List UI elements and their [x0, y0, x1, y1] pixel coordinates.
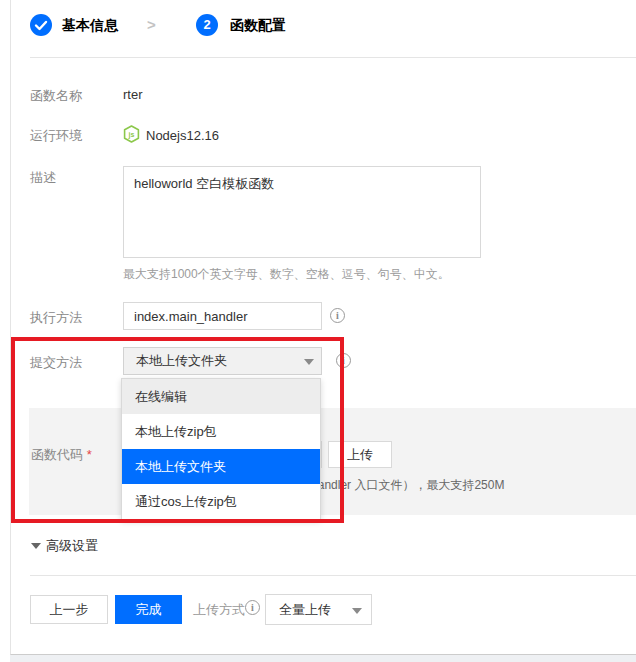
upload-mode-selected-value: 全量上传	[279, 602, 331, 617]
nodejs-hexagon-icon: js	[123, 125, 140, 147]
required-asterisk: *	[87, 447, 92, 462]
header-divider	[30, 57, 636, 58]
advanced-settings-caret-icon	[31, 543, 41, 549]
handler-info-icon[interactable]: i	[330, 308, 345, 323]
step2-label: 函数配置	[230, 17, 286, 35]
page-background-strip	[10, 655, 636, 662]
upload-mode-select[interactable]: 全量上传	[265, 594, 372, 625]
submit-method-selected-value: 本地上传文件夹	[136, 353, 227, 368]
dropdown-option-online-edit[interactable]: 在线编辑	[122, 379, 320, 414]
step-separator-chevron-icon: >	[147, 16, 156, 33]
step1-done-icon	[30, 14, 52, 36]
function-code-label-text: 函数代码	[31, 447, 83, 462]
submit-method-dropdown: 在线编辑 本地上传zip包 本地上传文件夹 通过cos上传zip包	[121, 378, 321, 520]
chevron-down-icon	[352, 608, 362, 614]
submit-method-select[interactable]: 本地上传文件夹	[123, 347, 322, 375]
handler-input[interactable]	[123, 302, 322, 330]
svg-text:js: js	[128, 131, 135, 139]
check-icon	[30, 14, 52, 36]
upload-mode-label-text: 上传方式	[193, 602, 245, 617]
step2-number-badge: 2	[196, 14, 218, 36]
runtime-value: Nodejs12.16	[146, 128, 219, 143]
description-textarea[interactable]	[123, 166, 481, 258]
submit-method-label: 提交方法	[30, 354, 82, 372]
dropdown-option-local-zip[interactable]: 本地上传zip包	[122, 414, 320, 449]
wizard-panel	[10, 0, 636, 655]
function-code-label: 函数代码 *	[31, 446, 92, 464]
runtime-label: 运行环境	[30, 127, 82, 145]
dropdown-option-local-folder[interactable]: 本地上传文件夹	[122, 449, 320, 484]
upload-mode-label: 上传方式	[193, 601, 245, 619]
advanced-settings-toggle[interactable]: 高级设置	[46, 537, 98, 555]
description-label: 描述	[30, 169, 56, 187]
submit-method-info-icon[interactable]: i	[336, 353, 351, 368]
upload-button[interactable]: 上传	[328, 441, 392, 468]
step1-label: 基本信息	[62, 17, 118, 35]
finish-button[interactable]: 完成	[115, 595, 182, 624]
function-name-label: 函数名称	[30, 87, 82, 105]
upload-mode-info-icon[interactable]: i	[245, 600, 260, 615]
description-hint: 最大支持1000个英文字母、数字、空格、逗号、句号、中文。	[123, 266, 450, 283]
dropdown-option-cos-zip[interactable]: 通过cos上传zip包	[122, 484, 320, 519]
handler-label: 执行方法	[30, 309, 82, 327]
footer-divider	[30, 575, 636, 576]
chevron-down-icon	[304, 359, 314, 365]
previous-step-button[interactable]: 上一步	[30, 595, 108, 624]
function-name-value: rter	[123, 87, 143, 102]
